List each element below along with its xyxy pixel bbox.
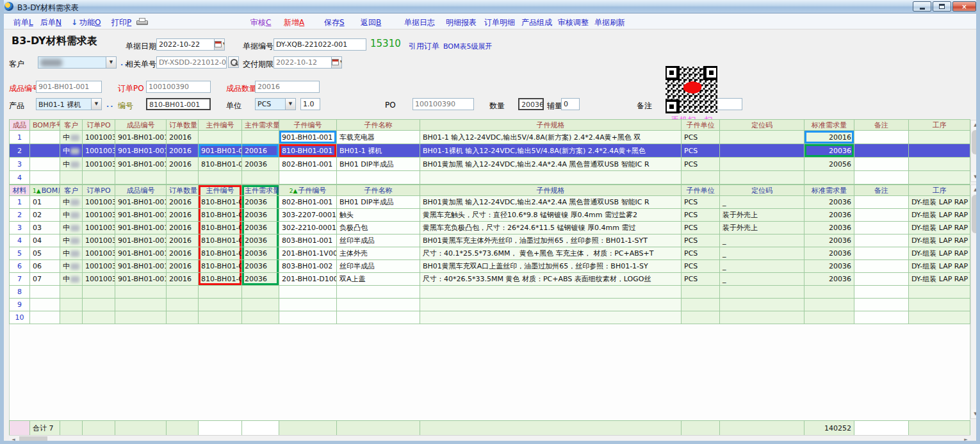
table-cell[interactable]: [167, 299, 199, 311]
table-row[interactable]: 202中100100390901-BH01-00120016810-BH01-0…: [10, 209, 970, 222]
table-cell[interactable]: _: [720, 234, 804, 247]
column-header[interactable]: 子件规格: [420, 120, 682, 131]
table-cell[interactable]: PCS: [682, 222, 720, 234]
table-cell[interactable]: 6: [10, 260, 30, 273]
table-cell[interactable]: [337, 299, 420, 311]
table-cell[interactable]: 负极凸包: [337, 222, 420, 234]
column-header[interactable]: 订单PO: [83, 185, 115, 196]
table-cell[interactable]: [199, 131, 242, 144]
table-cell[interactable]: [854, 234, 909, 247]
table-cell[interactable]: [199, 299, 242, 311]
products-vertical-scrollbar[interactable]: ▲ ▼: [970, 120, 980, 182]
table-cell[interactable]: [682, 286, 720, 299]
table-cell[interactable]: 803-BH01-002: [279, 260, 337, 273]
table-cell[interactable]: [115, 286, 167, 299]
table-cell[interactable]: 01: [30, 196, 60, 209]
scrollbar-thumb[interactable]: [972, 195, 979, 233]
table-cell[interactable]: [804, 171, 854, 185]
table-cell[interactable]: 901-BH01-001: [115, 273, 167, 286]
table-cell[interactable]: [854, 131, 909, 144]
table-cell[interactable]: 100100390: [83, 247, 115, 260]
table-cell[interactable]: [167, 286, 199, 299]
table-cell[interactable]: 20036: [804, 247, 854, 260]
table-cell[interactable]: DY-组装 LAP RAP: [909, 209, 970, 222]
table-cell[interactable]: 20036: [804, 222, 854, 234]
table-cell[interactable]: 中: [60, 260, 83, 273]
highlighted-cell[interactable]: 810-BH01-001: [199, 196, 242, 209]
table-row[interactable]: 303中100100390901-BH01-00120016810-BH01-0…: [10, 222, 970, 234]
table-cell[interactable]: 主体外壳: [337, 247, 420, 260]
table-row[interactable]: 404中100100390901-BH01-00120016810-BH01-0…: [10, 234, 970, 247]
table-cell[interactable]: 黄黑车充触头，尺寸：直径10.6*9.8 锰钢镀镍 厚0.4mm 需过盐雾2: [420, 209, 682, 222]
table-cell[interactable]: [83, 286, 115, 299]
column-header[interactable]: 子件单位: [682, 185, 720, 196]
menu-item-新增[interactable]: 新增A: [284, 17, 304, 28]
table-cell[interactable]: [30, 131, 60, 144]
table-cell[interactable]: [854, 222, 909, 234]
table-cell[interactable]: [682, 299, 720, 311]
table-cell[interactable]: [30, 299, 60, 311]
highlighted-cell[interactable]: 20036: [242, 196, 279, 209]
table-cell[interactable]: 20016: [167, 247, 199, 260]
column-header[interactable]: 工序: [909, 120, 970, 131]
table-cell[interactable]: 100100390: [83, 222, 115, 234]
materials-vertical-scrollbar[interactable]: ▲ ▼: [970, 185, 980, 419]
table-cell[interactable]: [337, 171, 420, 185]
table-cell[interactable]: 9: [10, 299, 30, 311]
highlighted-cell[interactable]: 20036: [804, 144, 854, 158]
highlighted-cell[interactable]: 810-BH01-001: [199, 209, 242, 222]
column-header[interactable]: 工序: [909, 185, 970, 196]
table-cell[interactable]: [30, 158, 60, 171]
table-cell[interactable]: 100100390: [83, 131, 115, 144]
table-cell[interactable]: [420, 311, 682, 324]
unit-combo[interactable]: PCS▼: [255, 98, 296, 110]
highlighted-cell[interactable]: 810-BH01-001: [199, 273, 242, 286]
table-row[interactable]: 707中100100390901-BH01-00120016810-BH01-0…: [10, 273, 970, 286]
scroll-left-icon[interactable]: ◄: [9, 436, 18, 444]
table-cell[interactable]: BH01黄加黑 输入12-24VDC,输出2.4A*2.4A 黑色普通双USB …: [420, 196, 682, 209]
table-cell[interactable]: 901-BH01-001: [115, 158, 167, 171]
column-header[interactable]: 1▲BOM序号: [30, 185, 60, 196]
table-cell[interactable]: PCS: [682, 209, 720, 222]
table-cell[interactable]: 901-BH01-001: [115, 131, 167, 144]
highlighted-cell[interactable]: 810-BH01-001: [199, 222, 242, 234]
highlighted-cell[interactable]: 主件需求量: [242, 185, 279, 196]
column-header[interactable]: 子件规格: [420, 185, 682, 196]
table-cell[interactable]: 2: [10, 144, 30, 158]
table-cell[interactable]: BH01黄黑车充主体外壳丝印，油墨过加州65，丝印参照：BH01-1-SYT: [420, 234, 682, 247]
table-cell[interactable]: [682, 311, 720, 324]
product-browse-dots[interactable]: ..: [106, 101, 114, 109]
table-cell[interactable]: BH01 DIP半成品: [337, 158, 420, 171]
table-cell[interactable]: [804, 299, 854, 311]
scrollbar-thumb[interactable]: [19, 436, 47, 443]
table-cell[interactable]: [909, 299, 970, 311]
table-cell[interactable]: [83, 311, 115, 324]
table-cell[interactable]: 20016: [167, 144, 199, 158]
table-cell[interactable]: [720, 131, 804, 144]
table-cell[interactable]: 303-2207-00017: [279, 209, 337, 222]
menu-item-订单明细[interactable]: 订单明细: [484, 17, 515, 28]
table-cell[interactable]: [242, 299, 279, 311]
table-cell[interactable]: 802-BH01-001: [279, 158, 337, 171]
product-combo[interactable]: BH01-1 裸机▼: [36, 98, 102, 110]
table-cell[interactable]: [420, 171, 682, 185]
related-no-field[interactable]: DY-XSDD-221012-01: [156, 56, 227, 69]
table-cell[interactable]: 10: [10, 311, 30, 324]
table-cell[interactable]: 901-BH01-001: [115, 144, 167, 158]
table-cell[interactable]: 20036: [804, 273, 854, 286]
table-cell[interactable]: [720, 144, 804, 158]
table-cell[interactable]: 尺寸：40.1*25.5*73.6MM， 黄色+黑色 车充主体， 材质：PC+A…: [420, 247, 682, 260]
menu-item-产品组成[interactable]: 产品组成: [521, 17, 552, 28]
table-cell[interactable]: 901-BH01-001: [115, 209, 167, 222]
menu-item-明细报表[interactable]: 明细报表: [446, 17, 477, 28]
table-cell[interactable]: DY-组装 LAP RAP: [909, 196, 970, 209]
column-header[interactable]: 子件名称: [337, 185, 420, 196]
scroll-right-icon[interactable]: ►: [961, 436, 970, 444]
table-cell[interactable]: [242, 131, 279, 144]
column-header[interactable]: 客户: [60, 120, 83, 131]
table-cell[interactable]: DY-组装 LAP RAP: [909, 247, 970, 260]
table-cell[interactable]: 20016: [167, 158, 199, 171]
table-row[interactable]: 4: [10, 171, 970, 185]
table-cell[interactable]: 中: [60, 196, 83, 209]
highlighted-cell[interactable]: 20016: [804, 131, 854, 144]
